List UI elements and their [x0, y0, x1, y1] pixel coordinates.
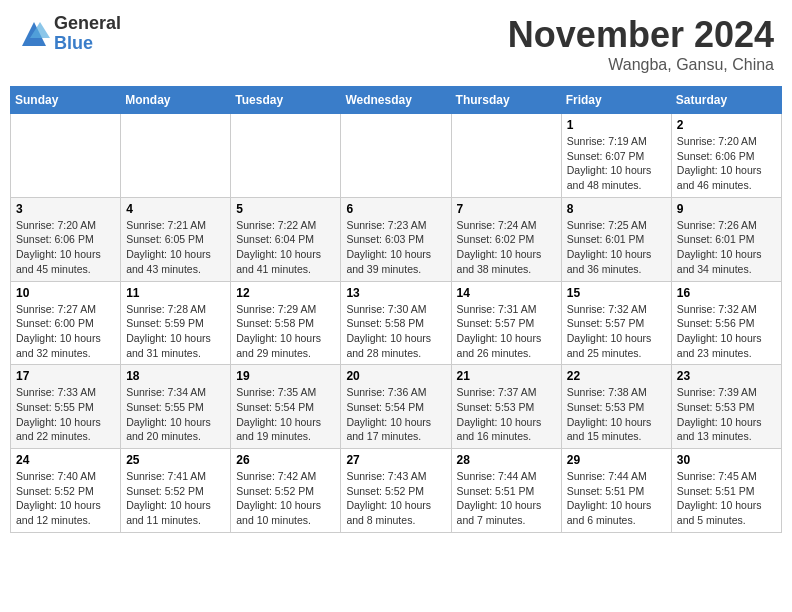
calendar-cell: 4Sunrise: 7:21 AMSunset: 6:05 PMDaylight… [121, 197, 231, 281]
calendar-body: 1Sunrise: 7:19 AMSunset: 6:07 PMDaylight… [11, 114, 782, 533]
day-number: 13 [346, 286, 445, 300]
day-number: 4 [126, 202, 225, 216]
calendar-cell: 8Sunrise: 7:25 AMSunset: 6:01 PMDaylight… [561, 197, 671, 281]
day-number: 29 [567, 453, 666, 467]
day-number: 19 [236, 369, 335, 383]
calendar-cell: 23Sunrise: 7:39 AMSunset: 5:53 PMDayligh… [671, 365, 781, 449]
calendar-cell: 24Sunrise: 7:40 AMSunset: 5:52 PMDayligh… [11, 449, 121, 533]
day-info: Sunrise: 7:20 AMSunset: 6:06 PMDaylight:… [16, 218, 115, 277]
week-row-5: 24Sunrise: 7:40 AMSunset: 5:52 PMDayligh… [11, 449, 782, 533]
day-info: Sunrise: 7:32 AMSunset: 5:57 PMDaylight:… [567, 302, 666, 361]
calendar-cell: 17Sunrise: 7:33 AMSunset: 5:55 PMDayligh… [11, 365, 121, 449]
calendar-cell [341, 114, 451, 198]
day-info: Sunrise: 7:23 AMSunset: 6:03 PMDaylight:… [346, 218, 445, 277]
day-number: 18 [126, 369, 225, 383]
calendar-cell: 7Sunrise: 7:24 AMSunset: 6:02 PMDaylight… [451, 197, 561, 281]
day-number: 21 [457, 369, 556, 383]
calendar-cell: 9Sunrise: 7:26 AMSunset: 6:01 PMDaylight… [671, 197, 781, 281]
day-number: 8 [567, 202, 666, 216]
day-info: Sunrise: 7:41 AMSunset: 5:52 PMDaylight:… [126, 469, 225, 528]
calendar-cell: 25Sunrise: 7:41 AMSunset: 5:52 PMDayligh… [121, 449, 231, 533]
calendar-cell: 15Sunrise: 7:32 AMSunset: 5:57 PMDayligh… [561, 281, 671, 365]
day-number: 24 [16, 453, 115, 467]
calendar-cell: 18Sunrise: 7:34 AMSunset: 5:55 PMDayligh… [121, 365, 231, 449]
day-info: Sunrise: 7:39 AMSunset: 5:53 PMDaylight:… [677, 385, 776, 444]
day-number: 14 [457, 286, 556, 300]
day-number: 23 [677, 369, 776, 383]
day-number: 2 [677, 118, 776, 132]
day-number: 15 [567, 286, 666, 300]
day-info: Sunrise: 7:21 AMSunset: 6:05 PMDaylight:… [126, 218, 225, 277]
calendar-cell [121, 114, 231, 198]
weekday-header-sunday: Sunday [11, 87, 121, 114]
calendar-cell: 29Sunrise: 7:44 AMSunset: 5:51 PMDayligh… [561, 449, 671, 533]
day-info: Sunrise: 7:36 AMSunset: 5:54 PMDaylight:… [346, 385, 445, 444]
day-info: Sunrise: 7:26 AMSunset: 6:01 PMDaylight:… [677, 218, 776, 277]
calendar-cell: 19Sunrise: 7:35 AMSunset: 5:54 PMDayligh… [231, 365, 341, 449]
weekday-header-monday: Monday [121, 87, 231, 114]
day-info: Sunrise: 7:30 AMSunset: 5:58 PMDaylight:… [346, 302, 445, 361]
calendar-cell: 6Sunrise: 7:23 AMSunset: 6:03 PMDaylight… [341, 197, 451, 281]
day-number: 3 [16, 202, 115, 216]
calendar-cell: 21Sunrise: 7:37 AMSunset: 5:53 PMDayligh… [451, 365, 561, 449]
day-info: Sunrise: 7:37 AMSunset: 5:53 PMDaylight:… [457, 385, 556, 444]
day-info: Sunrise: 7:24 AMSunset: 6:02 PMDaylight:… [457, 218, 556, 277]
calendar-cell: 3Sunrise: 7:20 AMSunset: 6:06 PMDaylight… [11, 197, 121, 281]
day-number: 1 [567, 118, 666, 132]
calendar-cell: 1Sunrise: 7:19 AMSunset: 6:07 PMDaylight… [561, 114, 671, 198]
calendar-cell [231, 114, 341, 198]
calendar-cell [451, 114, 561, 198]
calendar-cell: 26Sunrise: 7:42 AMSunset: 5:52 PMDayligh… [231, 449, 341, 533]
calendar-cell: 28Sunrise: 7:44 AMSunset: 5:51 PMDayligh… [451, 449, 561, 533]
day-number: 12 [236, 286, 335, 300]
day-info: Sunrise: 7:29 AMSunset: 5:58 PMDaylight:… [236, 302, 335, 361]
day-info: Sunrise: 7:44 AMSunset: 5:51 PMDaylight:… [457, 469, 556, 528]
day-number: 11 [126, 286, 225, 300]
day-info: Sunrise: 7:44 AMSunset: 5:51 PMDaylight:… [567, 469, 666, 528]
day-number: 16 [677, 286, 776, 300]
day-number: 27 [346, 453, 445, 467]
calendar: SundayMondayTuesdayWednesdayThursdayFrid… [10, 86, 782, 533]
weekday-header-friday: Friday [561, 87, 671, 114]
day-number: 6 [346, 202, 445, 216]
day-number: 28 [457, 453, 556, 467]
logo-icon [18, 18, 50, 50]
day-info: Sunrise: 7:22 AMSunset: 6:04 PMDaylight:… [236, 218, 335, 277]
calendar-cell: 13Sunrise: 7:30 AMSunset: 5:58 PMDayligh… [341, 281, 451, 365]
day-number: 25 [126, 453, 225, 467]
calendar-cell: 14Sunrise: 7:31 AMSunset: 5:57 PMDayligh… [451, 281, 561, 365]
day-number: 20 [346, 369, 445, 383]
week-row-2: 3Sunrise: 7:20 AMSunset: 6:06 PMDaylight… [11, 197, 782, 281]
calendar-cell: 16Sunrise: 7:32 AMSunset: 5:56 PMDayligh… [671, 281, 781, 365]
day-info: Sunrise: 7:31 AMSunset: 5:57 PMDaylight:… [457, 302, 556, 361]
calendar-cell: 22Sunrise: 7:38 AMSunset: 5:53 PMDayligh… [561, 365, 671, 449]
weekday-header-tuesday: Tuesday [231, 87, 341, 114]
calendar-cell: 11Sunrise: 7:28 AMSunset: 5:59 PMDayligh… [121, 281, 231, 365]
day-info: Sunrise: 7:38 AMSunset: 5:53 PMDaylight:… [567, 385, 666, 444]
weekday-header-saturday: Saturday [671, 87, 781, 114]
day-info: Sunrise: 7:34 AMSunset: 5:55 PMDaylight:… [126, 385, 225, 444]
day-info: Sunrise: 7:27 AMSunset: 6:00 PMDaylight:… [16, 302, 115, 361]
week-row-1: 1Sunrise: 7:19 AMSunset: 6:07 PMDaylight… [11, 114, 782, 198]
calendar-cell: 5Sunrise: 7:22 AMSunset: 6:04 PMDaylight… [231, 197, 341, 281]
day-number: 7 [457, 202, 556, 216]
calendar-cell [11, 114, 121, 198]
day-info: Sunrise: 7:33 AMSunset: 5:55 PMDaylight:… [16, 385, 115, 444]
calendar-cell: 12Sunrise: 7:29 AMSunset: 5:58 PMDayligh… [231, 281, 341, 365]
day-info: Sunrise: 7:20 AMSunset: 6:06 PMDaylight:… [677, 134, 776, 193]
week-row-3: 10Sunrise: 7:27 AMSunset: 6:00 PMDayligh… [11, 281, 782, 365]
day-number: 30 [677, 453, 776, 467]
day-number: 10 [16, 286, 115, 300]
day-number: 5 [236, 202, 335, 216]
day-info: Sunrise: 7:42 AMSunset: 5:52 PMDaylight:… [236, 469, 335, 528]
location-title: Wangba, Gansu, China [508, 56, 774, 74]
day-info: Sunrise: 7:40 AMSunset: 5:52 PMDaylight:… [16, 469, 115, 528]
day-number: 17 [16, 369, 115, 383]
weekday-header-thursday: Thursday [451, 87, 561, 114]
day-info: Sunrise: 7:45 AMSunset: 5:51 PMDaylight:… [677, 469, 776, 528]
logo-general: General [54, 14, 121, 34]
logo-text: General Blue [54, 14, 121, 54]
day-number: 22 [567, 369, 666, 383]
day-info: Sunrise: 7:25 AMSunset: 6:01 PMDaylight:… [567, 218, 666, 277]
day-info: Sunrise: 7:43 AMSunset: 5:52 PMDaylight:… [346, 469, 445, 528]
